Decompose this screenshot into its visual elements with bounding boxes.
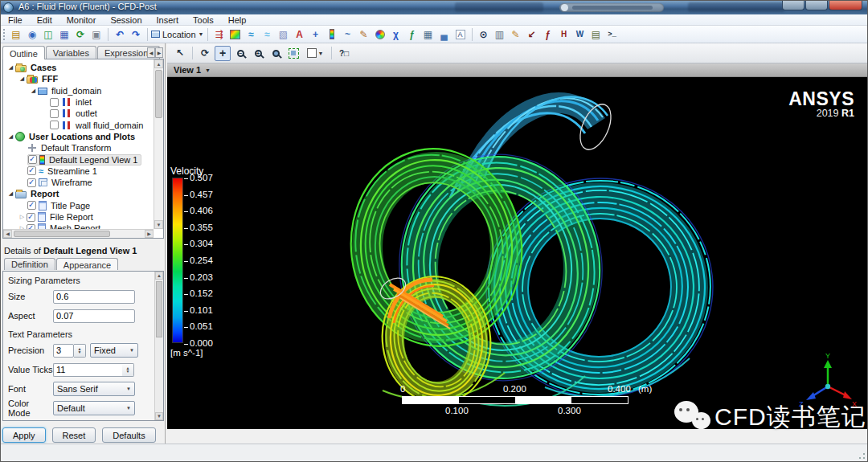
tree-item-wireframe[interactable]: Wireframe: [3, 177, 154, 188]
menu-file[interactable]: File: [1, 15, 30, 25]
timestep-selector-icon[interactable]: [476, 27, 492, 42]
precision-field[interactable]: [53, 344, 74, 358]
minimize-button[interactable]: [782, 1, 805, 10]
function-report-icon[interactable]: [540, 27, 556, 42]
tree-item-fluid-domain[interactable]: fluid_domain: [3, 85, 154, 96]
point-icon[interactable]: [308, 27, 324, 42]
function-calculator-icon[interactable]: [404, 27, 420, 42]
location-dropdown[interactable]: Location: [162, 30, 196, 39]
precision-mode-dropdown[interactable]: Fixed: [90, 343, 138, 358]
tab-scroll-right-icon[interactable]: ▶: [155, 47, 163, 58]
tree-item-streamline1[interactable]: Streamline 1: [3, 166, 154, 177]
color-map-icon[interactable]: [372, 27, 388, 42]
word-report-icon[interactable]: [572, 27, 588, 42]
tree-item-outlet[interactable]: outlet: [3, 108, 154, 119]
font-dropdown[interactable]: Sans Serif: [53, 382, 135, 396]
menu-help[interactable]: Help: [221, 15, 254, 25]
title-bar[interactable]: A6 : Fluid Flow (Fluent) - CFD-Post: [1, 1, 867, 14]
quick-editor-icon[interactable]: [508, 27, 524, 42]
tree-item-cases[interactable]: Cases: [3, 62, 154, 73]
refresh-icon[interactable]: [72, 27, 88, 42]
tab-outline[interactable]: Outline: [2, 46, 45, 59]
menu-tools[interactable]: Tools: [186, 15, 221, 25]
command-editor-icon[interactable]: [604, 27, 620, 42]
checkbox[interactable]: [28, 155, 37, 164]
precision-stepper[interactable]: ▲▼: [74, 344, 86, 358]
checkbox[interactable]: [50, 121, 59, 129]
save-state-icon[interactable]: [24, 27, 40, 42]
3d-viewport[interactable]: Y X Z Velocity 0.507 0.457 0.406 0.355 0…: [167, 77, 867, 429]
tree-item-file-report[interactable]: File Report: [3, 211, 154, 223]
pan-tool-icon[interactable]: [215, 46, 231, 61]
tree-horizontal-scrollbar[interactable]: ◀▶: [3, 229, 154, 238]
checkbox[interactable]: [27, 213, 35, 222]
expander-icon[interactable]: [18, 214, 27, 220]
expander-icon[interactable]: [6, 190, 15, 197]
color-mode-dropdown[interactable]: Default: [53, 401, 135, 415]
close-button[interactable]: [829, 1, 862, 10]
zoom-in-tool-icon[interactable]: +: [250, 46, 266, 61]
tree-item-user-locations[interactable]: User Locations and Plots: [3, 131, 154, 142]
expander-icon[interactable]: [6, 133, 15, 140]
checkbox[interactable]: [50, 109, 59, 118]
tree-item-wall-fluid-domain[interactable]: wall fluid_domain: [3, 119, 154, 130]
clip-plane-icon[interactable]: [356, 27, 372, 42]
value-ticks-stepper[interactable]: ▲▼: [122, 363, 134, 377]
probe-icon[interactable]: [524, 27, 540, 42]
aspect-field[interactable]: [53, 309, 135, 323]
viewport-layout-dropdown[interactable]: ▼: [303, 46, 327, 61]
vector-icon[interactable]: [211, 27, 227, 42]
snapshot-icon[interactable]: [88, 27, 104, 42]
chart-line-icon[interactable]: [340, 27, 356, 42]
expression-icon[interactable]: [388, 27, 404, 42]
value-ticks-field[interactable]: [53, 363, 122, 377]
tab-variables[interactable]: Variables: [46, 46, 96, 59]
html-report-icon[interactable]: [556, 27, 572, 42]
apply-button[interactable]: Apply: [2, 427, 46, 443]
zoom-tool-icon[interactable]: −: [232, 46, 248, 61]
chevron-down-icon[interactable]: ▼: [199, 31, 204, 37]
chart-icon[interactable]: [436, 27, 452, 42]
menu-monitor[interactable]: Monitor: [59, 15, 104, 25]
contour-icon[interactable]: [227, 27, 244, 42]
volume-rendering-icon[interactable]: [276, 27, 292, 42]
tab-scroll-left-icon[interactable]: ◀: [147, 47, 155, 58]
view-selector-bar[interactable]: View 1▼: [167, 63, 867, 77]
menu-session[interactable]: Session: [103, 15, 149, 25]
legend-icon[interactable]: [324, 27, 340, 42]
text-icon[interactable]: [292, 27, 308, 42]
streamline-3d-icon[interactable]: [260, 27, 276, 42]
checkbox[interactable]: [27, 178, 36, 187]
fit-view-icon[interactable]: [285, 46, 301, 61]
tree-item-title-page[interactable]: Title Page: [3, 200, 154, 211]
table-icon[interactable]: [420, 27, 436, 42]
expander-icon[interactable]: [18, 76, 27, 82]
select-tool-icon[interactable]: [172, 46, 188, 61]
report-generator-icon[interactable]: [588, 27, 604, 42]
defaults-button[interactable]: Defaults: [102, 427, 155, 443]
context-help-icon[interactable]: [336, 46, 352, 61]
tree-item-inlet[interactable]: inlet: [3, 96, 154, 108]
comment-icon[interactable]: [452, 27, 469, 42]
export-icon[interactable]: [40, 27, 56, 42]
undo-icon[interactable]: [112, 27, 128, 42]
details-scrollbar[interactable]: ▲▼: [154, 272, 163, 420]
checkbox[interactable]: [50, 98, 59, 107]
save-project-icon[interactable]: [56, 27, 72, 42]
tree-item-fff[interactable]: FFF: [3, 73, 154, 84]
resize-grip[interactable]: [856, 450, 866, 460]
tab-appearance[interactable]: Appearance: [56, 258, 118, 270]
rotate-tool-icon[interactable]: [197, 46, 213, 61]
maximize-button[interactable]: [805, 1, 828, 10]
tree-item-default-legend[interactable]: Default Legend View 1: [3, 153, 154, 165]
menu-edit[interactable]: Edit: [30, 15, 59, 25]
tab-definition[interactable]: Definition: [4, 258, 55, 270]
menu-insert[interactable]: Insert: [149, 15, 186, 25]
streamline-icon[interactable]: [244, 27, 260, 42]
size-field[interactable]: [53, 290, 135, 304]
checkbox[interactable]: [27, 201, 36, 210]
tree-vertical-scrollbar[interactable]: ▲▼: [154, 59, 163, 229]
zoom-box-tool-icon[interactable]: [268, 46, 284, 61]
redo-icon[interactable]: [128, 27, 144, 42]
tree-item-mesh-report[interactable]: Mesh Report: [3, 223, 154, 229]
